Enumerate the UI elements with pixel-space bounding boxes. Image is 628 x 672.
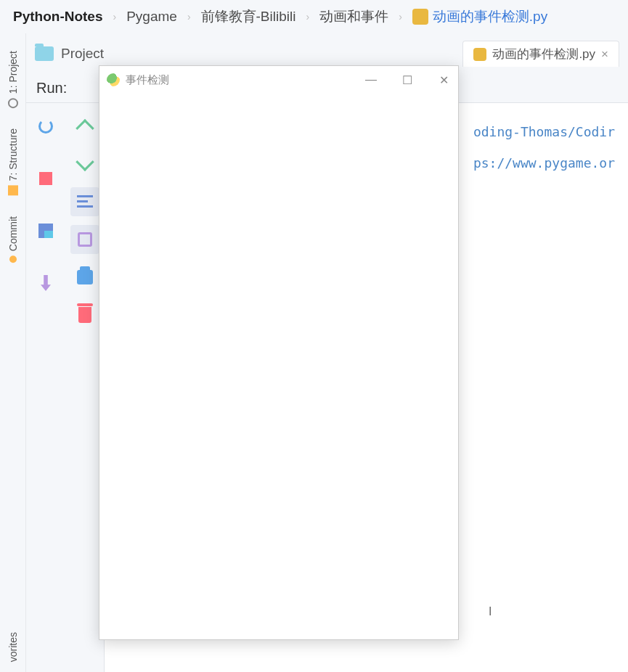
layout-button[interactable] bbox=[31, 216, 60, 245]
rail-commit[interactable]: Commit bbox=[6, 206, 20, 273]
scroll-icon bbox=[78, 232, 92, 247]
editor-tab-label: 动画的事件检测.py bbox=[492, 46, 595, 62]
soft-wrap-button[interactable] bbox=[70, 187, 99, 216]
layout-icon bbox=[38, 224, 53, 238]
window-controls: — ☐ ✕ bbox=[364, 73, 451, 87]
chevron-right-icon: › bbox=[306, 11, 309, 22]
rail-project-label: 1: Project bbox=[7, 51, 19, 94]
maximize-button[interactable]: ☐ bbox=[400, 73, 415, 87]
close-icon[interactable]: × bbox=[601, 47, 608, 62]
print-button[interactable] bbox=[70, 263, 99, 292]
python-icon bbox=[412, 9, 428, 25]
chevron-right-icon: › bbox=[399, 11, 402, 22]
editor-tab[interactable]: 动画的事件检测.py × bbox=[462, 41, 619, 67]
pygame-window-title: 事件检测 bbox=[126, 73, 169, 87]
rail-structure-label: 7: Structure bbox=[7, 128, 19, 181]
clear-button[interactable] bbox=[70, 300, 99, 329]
rail-favorites[interactable]: vorites bbox=[6, 622, 20, 672]
left-tool-rail: 1: Project 7: Structure Commit vorites bbox=[0, 33, 26, 672]
down-button[interactable] bbox=[70, 149, 99, 179]
chevron-right-icon: › bbox=[113, 11, 117, 22]
pin-button[interactable] bbox=[31, 269, 60, 298]
breadcrumb-file-label: 动画的事件检测.py bbox=[433, 7, 547, 26]
structure-icon bbox=[8, 186, 18, 196]
project-panel-title[interactable]: Project bbox=[61, 46, 104, 62]
wrap-icon bbox=[77, 195, 93, 208]
minimize-button[interactable]: — bbox=[364, 73, 378, 87]
close-button[interactable]: ✕ bbox=[436, 73, 451, 87]
chevron-right-icon: › bbox=[187, 11, 191, 22]
arrow-down-icon bbox=[76, 152, 94, 171]
folder-icon bbox=[35, 46, 54, 61]
stop-icon bbox=[39, 172, 52, 185]
scroll-to-end-button[interactable] bbox=[70, 225, 99, 254]
pygame-titlebar[interactable]: 事件检测 — ☐ ✕ bbox=[99, 66, 458, 94]
pygame-window[interactable]: 事件检测 — ☐ ✕ bbox=[99, 65, 459, 640]
rerun-button[interactable] bbox=[31, 112, 60, 141]
up-button[interactable] bbox=[70, 112, 99, 141]
pin-icon bbox=[41, 275, 51, 291]
rail-favorites-label: vorites bbox=[7, 632, 19, 662]
pygame-icon bbox=[107, 73, 120, 86]
run-toolbar-primary bbox=[26, 103, 65, 672]
breadcrumb-segment[interactable]: Pygame bbox=[126, 9, 177, 25]
breadcrumb-root[interactable]: Python-Notes bbox=[13, 9, 103, 25]
python-icon bbox=[473, 48, 486, 61]
arrow-up-icon bbox=[76, 119, 94, 137]
rail-commit-label: Commit bbox=[7, 216, 19, 251]
commit-icon bbox=[9, 255, 17, 263]
breadcrumb-file[interactable]: 动画的事件检测.py bbox=[412, 7, 547, 26]
rail-structure[interactable]: 7: Structure bbox=[6, 118, 20, 205]
trash-icon bbox=[78, 307, 91, 323]
rail-project[interactable]: 1: Project bbox=[6, 41, 20, 118]
breadcrumb-segment[interactable]: 动画和事件 bbox=[319, 7, 388, 26]
pygame-canvas[interactable] bbox=[99, 94, 458, 639]
breadcrumb-segment[interactable]: 前锋教育-Bilibili bbox=[201, 7, 296, 26]
text-cursor-icon: I bbox=[489, 605, 492, 618]
print-icon bbox=[77, 270, 93, 284]
project-icon bbox=[8, 98, 18, 108]
breadcrumb: Python-Notes › Pygame › 前锋教育-Bilibili › … bbox=[0, 0, 628, 33]
rerun-icon bbox=[38, 119, 53, 134]
stop-button[interactable] bbox=[31, 164, 60, 193]
